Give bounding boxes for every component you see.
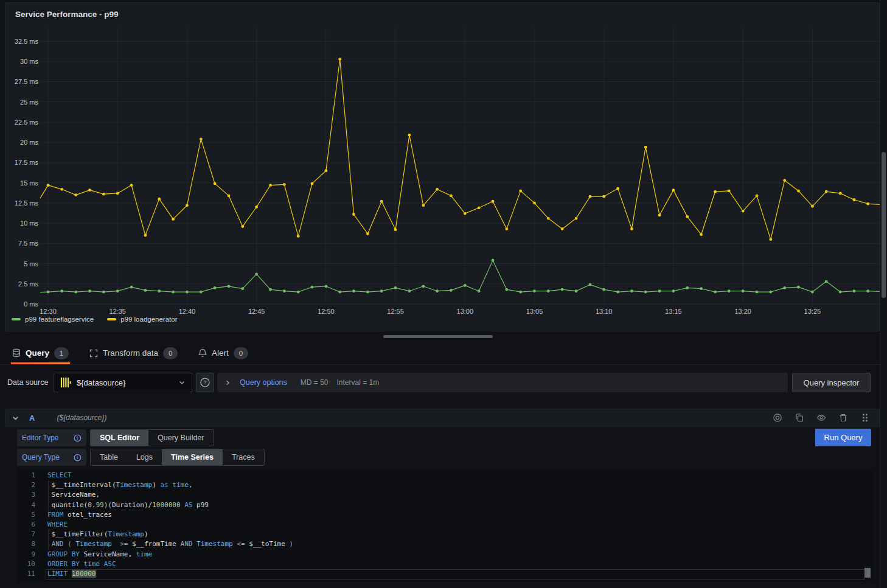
- tab-query[interactable]: Query 1: [12, 342, 69, 364]
- duplicate-query-icon[interactable]: [791, 411, 807, 424]
- info-icon: i: [74, 454, 82, 462]
- datasource-help-button[interactable]: ?: [196, 373, 214, 392]
- y-axis-tick-label: 15 ms: [7, 179, 38, 187]
- legend: p99 featureflagservicep99 loadgenerator: [12, 316, 178, 323]
- run-query-button[interactable]: Run Query: [815, 429, 871, 446]
- query-type-option-traces[interactable]: Traces: [223, 449, 264, 465]
- x-axis-tick-label: 12:35: [100, 308, 134, 315]
- y-axis-tick-label: 0 ms: [7, 300, 38, 308]
- x-axis-tick-label: 12:55: [378, 308, 412, 315]
- sql-line-6: 6WHERE: [17, 520, 872, 530]
- timeseries-chart[interactable]: [5, 3, 880, 332]
- x-axis-tick-label: 13:20: [726, 308, 760, 315]
- svg-text:i: i: [77, 455, 78, 460]
- x-axis-tick-label: 13:05: [518, 308, 552, 315]
- query-row-actions: [770, 411, 873, 424]
- line-number: 11: [17, 569, 35, 579]
- sql-code-editor[interactable]: 1SELECT2 $__timeInterval(Timestamp) as t…: [17, 468, 872, 582]
- svg-text:?: ?: [203, 379, 206, 386]
- y-axis-tick-label: 22.5 ms: [7, 119, 38, 126]
- sql-line-10: 10ORDER BY time ASC: [17, 559, 872, 569]
- sql-line-2: 2 $__timeInterval(Timestamp) as time,: [17, 480, 872, 490]
- tab-alert[interactable]: Alert 0: [198, 342, 248, 364]
- y-axis-tick-label: 17.5 ms: [7, 159, 38, 166]
- datasource-picker[interactable]: ${datasource}: [54, 373, 192, 392]
- x-axis-tick-label: 12:45: [240, 308, 274, 315]
- drag-handle-icon[interactable]: [857, 411, 873, 424]
- line-number: 5: [17, 510, 35, 520]
- y-axis-tick-label: 12.5 ms: [7, 199, 38, 207]
- tab-transform-data[interactable]: Transform data 0: [89, 342, 178, 364]
- x-axis-tick-label: 13:10: [587, 308, 621, 315]
- query-type-option-logs[interactable]: Logs: [127, 449, 162, 465]
- query-type-option-time-series[interactable]: Time Series: [162, 449, 223, 465]
- panel-edit-tabbar: Query 1 Transform data 0 Alert 0: [0, 342, 880, 365]
- legend-series-dash: [107, 318, 116, 320]
- timeseries-panel: Service Performance - p99 0 ms2.5 ms5 ms…: [5, 2, 880, 331]
- interval-summary: Interval = 1m: [337, 378, 380, 387]
- sql-line-5: 5FROM otel_traces: [17, 510, 872, 520]
- collapse-chevron-icon[interactable]: [12, 414, 19, 422]
- chevron-down-icon: [178, 379, 186, 386]
- line-number: 3: [17, 490, 35, 500]
- query-inspector-button[interactable]: Query inspector: [792, 373, 871, 392]
- sql-line-3: 3 ServiceName,: [17, 490, 872, 500]
- editor-type-group: SQL EditorQuery Builder: [90, 429, 214, 446]
- clickhouse-datasource-icon: [60, 377, 71, 388]
- query-row-header[interactable]: A (${datasource}): [5, 409, 880, 427]
- database-icon: [12, 348, 21, 358]
- sql-line-1: 1SELECT: [17, 471, 872, 480]
- indent-guide: [48, 480, 49, 510]
- line-number: 4: [17, 500, 35, 510]
- sql-line-11: 11LIMIT 100000: [17, 569, 872, 579]
- horizontal-scrollbar[interactable]: [383, 335, 493, 338]
- tab-query-count-badge: 1: [54, 347, 69, 359]
- query-ref-id: A: [29, 413, 35, 423]
- x-axis-tick-label: 12:30: [31, 308, 65, 315]
- bell-icon: [198, 348, 207, 358]
- line-number: 10: [17, 559, 35, 569]
- max-data-points-summary: MD = 50: [301, 378, 329, 387]
- x-axis-tick-label: 12:50: [309, 308, 343, 315]
- legend-item[interactable]: p99 loadgenerator: [107, 316, 177, 323]
- sql-line-4: 4 quantile(0.99)(Duration)/1000000 AS p9…: [17, 500, 872, 510]
- editor-type-option-query-builder[interactable]: Query Builder: [148, 430, 213, 446]
- line-number: 7: [17, 530, 35, 539]
- query-type-option-table[interactable]: Table: [91, 449, 127, 465]
- help-question-icon: ?: [200, 377, 210, 388]
- y-axis-tick-label: 20 ms: [7, 139, 38, 146]
- active-tab-underline: [11, 362, 70, 364]
- y-axis-tick-label: 27.5 ms: [7, 78, 38, 85]
- datasource-label: Data source: [7, 373, 48, 392]
- y-axis-tick-label: 5 ms: [7, 260, 38, 268]
- query-type-group: TableLogsTime SeriesTraces: [90, 449, 265, 466]
- panel-title: Service Performance - p99: [15, 10, 119, 19]
- y-axis-tick-label: 7.5 ms: [7, 240, 38, 247]
- legend-item[interactable]: p99 featureflagservice: [12, 316, 94, 323]
- x-axis-tick-label: 13:00: [448, 308, 482, 315]
- query-options-toggle[interactable]: Query options MD = 50 Interval = 1m: [217, 373, 788, 392]
- page-scrollbar-thumb[interactable]: [882, 152, 886, 298]
- query-options-link[interactable]: Query options: [240, 378, 287, 387]
- tab-transform-count-badge: 0: [163, 347, 178, 359]
- tab-label: Transform data: [103, 348, 158, 358]
- y-axis-tick-label: 32.5 ms: [7, 38, 38, 45]
- datasource-picker-value: ${datasource}: [77, 378, 173, 387]
- y-axis-tick-label: 2.5 ms: [7, 280, 38, 288]
- hide-response-eye-icon[interactable]: [813, 411, 829, 424]
- legend-series-dash: [12, 318, 21, 320]
- indent-guide: [48, 530, 49, 549]
- x-axis-tick-label: 13:15: [656, 308, 690, 315]
- line-number: 9: [17, 550, 35, 559]
- legend-series-label: p99 loadgenerator: [120, 316, 177, 323]
- editor-type-option-sql-editor[interactable]: SQL Editor: [91, 430, 148, 446]
- line-number: 6: [17, 520, 35, 530]
- line-number: 8: [17, 539, 35, 549]
- y-axis-tick-label: 30 ms: [7, 58, 38, 65]
- delete-query-trash-icon[interactable]: [835, 411, 851, 424]
- line-number: 2: [17, 480, 35, 490]
- disable-query-icon[interactable]: [770, 411, 785, 424]
- info-icon: i: [74, 434, 82, 442]
- editor-scrollbar-thumb[interactable]: [864, 568, 871, 578]
- sql-line-8: 8 AND ( Timestamp >= $__fromTime AND Tim…: [17, 539, 872, 549]
